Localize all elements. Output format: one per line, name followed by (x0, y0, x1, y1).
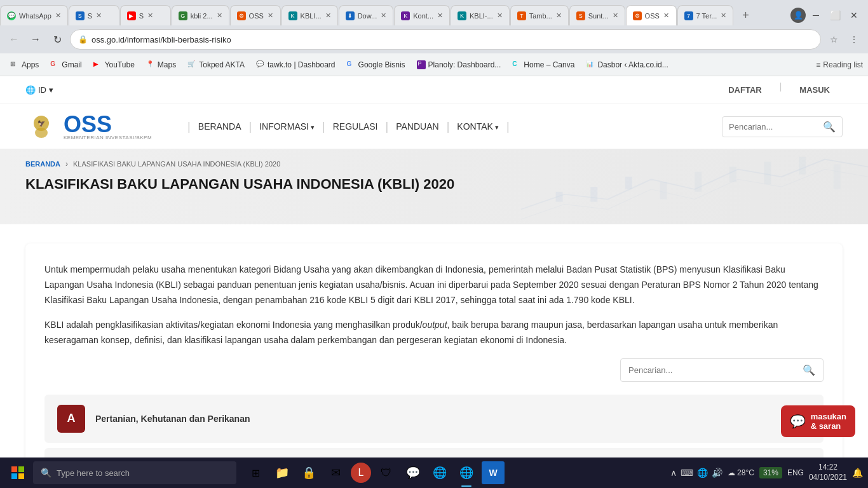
nav-kontak[interactable]: KONTAK (447, 115, 509, 138)
taskbar-explorer-button[interactable]: 📁 (271, 461, 294, 484)
apps-bookmark-icon: ⊞ (10, 60, 19, 69)
svg-text:🦅: 🦅 (37, 119, 46, 128)
forward-button[interactable]: → (27, 30, 44, 48)
weather-icon: ☁ (728, 468, 735, 477)
bookmark-gmail[interactable]: G Gmail (45, 58, 86, 71)
taskbar-taskview-button[interactable]: ⊞ (244, 461, 267, 484)
tab-close-icon[interactable]: ✕ (721, 11, 726, 20)
bookmark-youtube[interactable]: ▶ YouTube (88, 58, 140, 71)
taskbar-security-button[interactable]: 🔒 (297, 461, 320, 484)
taskbar-clock: 14:22 04/10/2021 (809, 463, 847, 482)
new-tab-button[interactable]: + (736, 6, 754, 24)
taskbar-word-button[interactable]: W (482, 461, 505, 484)
planoly-bookmark-icon: P (417, 60, 426, 69)
tab-close-icon[interactable]: ✕ (268, 11, 273, 20)
tab-whatsapp[interactable]: 💬 WhatsApp ✕ (0, 5, 68, 25)
reading-list[interactable]: ≡ Reading list (816, 60, 863, 69)
nav-panduan[interactable]: PANDUAN (386, 115, 449, 138)
notification-icon[interactable]: 🔔 (852, 468, 863, 478)
taskbar-chevron-icon[interactable]: ∧ (670, 468, 677, 478)
taskbar-volume-icon[interactable]: 🔊 (712, 468, 722, 478)
bookmark-tawk[interactable]: 💬 tawk.to | Dashboard (251, 58, 341, 71)
header-search-input[interactable] (729, 122, 818, 132)
bookmark-star-icon[interactable]: ☆ (825, 30, 843, 48)
content-search-box[interactable]: 🔍 (620, 358, 824, 382)
tab-kbli2[interactable]: G kbli 2... ✕ (172, 5, 229, 25)
bookmark-tokped[interactable]: 🛒 Tokped AKTA (182, 58, 250, 71)
tab-close-icon[interactable]: ✕ (556, 11, 562, 20)
content-search-icon[interactable]: 🔍 (803, 364, 815, 376)
tab-close-icon[interactable]: ✕ (663, 11, 669, 20)
tab-kont[interactable]: K Kont... ✕ (394, 5, 450, 25)
bookmark-gbisnis[interactable]: G Google Bisnis (342, 58, 410, 71)
weather-display: ☁ 28°C (728, 468, 754, 477)
taskbar-search-box[interactable]: 🔍 Type here to search (33, 461, 236, 484)
header-search-icon[interactable]: 🔍 (823, 121, 836, 133)
dasbor-bookmark-icon: 📊 (586, 60, 595, 69)
tab-oss1[interactable]: ⚙ OSS ✕ (230, 5, 281, 25)
url-bar[interactable]: 🔒 oss.go.id/informasi/kbli-berbasis-risi… (70, 29, 821, 50)
tab-dow[interactable]: ⬇ Dow... ✕ (339, 5, 394, 25)
start-button[interactable] (5, 460, 31, 485)
kbli2-2-favicon-icon: K (458, 11, 466, 20)
tab-close-icon[interactable]: ✕ (147, 11, 153, 20)
taskbar-whatsapp-button[interactable]: 💬 (402, 461, 424, 484)
content-search-input[interactable] (628, 365, 797, 375)
lang-chevron-icon: ▾ (49, 85, 53, 95)
lock-icon: 🔒 (78, 35, 88, 44)
taskbar-launcher-button[interactable]: L (351, 463, 371, 483)
chat-widget[interactable]: 💬 masukan & saran (781, 405, 855, 437)
taskbar-edge-button[interactable]: 🌐 (428, 461, 451, 484)
bookmark-dasbor[interactable]: 📊 Dasbor ‹ Akta.co.id... (581, 58, 673, 71)
maps-bookmark-icon: 📍 (146, 60, 155, 69)
tab-close-icon[interactable]: ✕ (497, 11, 503, 20)
bookmark-maps[interactable]: 📍 Maps (141, 58, 181, 71)
tab-close-icon[interactable]: ✕ (325, 11, 331, 20)
tab-close-icon[interactable]: ✕ (381, 11, 386, 20)
oss-logo-text: OSS KEMENTERIAN INVESTASI/BKPM (64, 113, 152, 140)
browser-menu-icon[interactable]: ⋮ (845, 30, 863, 48)
taskbar-search-text: Type here to search (57, 468, 130, 478)
masuk-button[interactable]: MASUK (787, 81, 843, 98)
tab-close-icon[interactable]: ✕ (437, 11, 443, 20)
daftar-button[interactable]: DAFTAR (715, 81, 774, 98)
nav-informasi[interactable]: INFORMASI (249, 115, 325, 138)
header-search-box[interactable]: 🔍 (722, 116, 843, 137)
nav-beranda[interactable]: BERANDA (188, 115, 252, 138)
lang-switcher[interactable]: 🌐 ID ▾ (25, 85, 53, 95)
tab-kbli2-2[interactable]: K KBLI-... ✕ (451, 5, 510, 25)
tab-s1[interactable]: S S ✕ (69, 5, 119, 25)
reading-list-icon: ≡ (816, 60, 820, 69)
battery-indicator: 31% (759, 467, 782, 478)
topnav-actions: DAFTAR | MASUK (715, 81, 843, 98)
tab-close-icon[interactable]: ✕ (613, 11, 618, 20)
nav-regulasi[interactable]: REGULASI (323, 115, 388, 138)
tab-close-icon[interactable]: ✕ (55, 11, 61, 20)
taskbar-chrome-button[interactable]: 🌐 (455, 461, 478, 484)
tab-close-icon[interactable]: ✕ (96, 11, 102, 20)
tab-s2[interactable]: ▶ S ✕ (120, 5, 171, 25)
bookmark-apps[interactable]: ⊞ Apps (5, 58, 44, 71)
reload-button[interactable]: ↻ (48, 30, 66, 48)
profile-button[interactable]: 👤 (790, 8, 806, 23)
tab-oss-active[interactable]: ⚙ OSS ✕ (626, 5, 677, 25)
site-logo[interactable]: 🦅 OSS KEMENTERIAN INVESTASI/BKPM (25, 111, 152, 142)
breadcrumb-home[interactable]: BERANDA (25, 160, 60, 168)
tab-7ter[interactable]: 7 7 Ter... ✕ (677, 5, 734, 25)
taskbar-network-icon[interactable]: 🌐 (697, 468, 708, 478)
taskbar-mail-button[interactable]: ✉ (324, 461, 347, 484)
maximize-button[interactable]: ⬜ (826, 6, 844, 24)
back-button[interactable]: ← (5, 30, 23, 48)
tab-close-icon[interactable]: ✕ (217, 11, 222, 20)
tab-kbli[interactable]: K KBLI... ✕ (281, 5, 338, 25)
close-button[interactable]: ✕ (845, 6, 863, 24)
bookmark-planoly[interactable]: P Planoly: Dashboard... (412, 58, 506, 71)
minimize-button[interactable]: ─ (807, 6, 825, 24)
tab-tamb[interactable]: T Tamb... ✕ (510, 5, 569, 25)
taskbar-keyboard-icon[interactable]: ⌨ (681, 468, 693, 478)
taskbar-antivirus-button[interactable]: 🛡 (375, 461, 398, 484)
gmail-bookmark-icon: G (50, 60, 59, 69)
bookmark-canva[interactable]: C Home – Canva (507, 58, 580, 71)
tab-sunt[interactable]: S Sunt... ✕ (569, 5, 625, 25)
kbli-item-a[interactable]: A Pertanian, Kehutanan dan Perikanan (44, 395, 824, 443)
